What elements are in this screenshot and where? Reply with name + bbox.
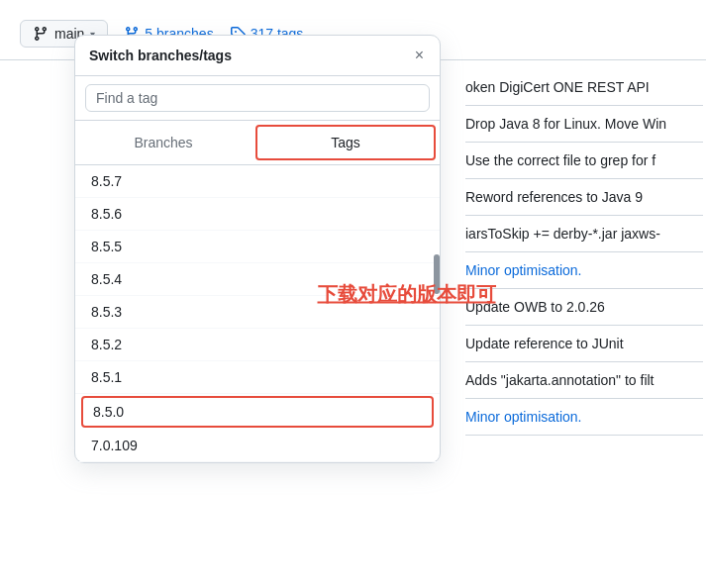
tag-item-852[interactable]: 8.5.2 [75,329,440,361]
tab-branches[interactable]: Branches [75,121,252,164]
branch-tag-dropdown: Switch branches/tags × Branches Tags 8.5… [74,35,441,463]
close-button[interactable]: × [413,46,426,65]
tag-item-854[interactable]: 8.5.4 [75,263,440,296]
tag-item-853[interactable]: 8.5.3 [75,296,440,329]
tag-item-70109[interactable]: 7.0.109 [75,430,440,462]
commit-item: Minor optimisation. [465,399,703,436]
commit-item: iarsToSkip += derby-*.jar jaxws- [465,216,703,252]
commit-item: Reword references to Java 9 [465,179,703,216]
tag-item-856[interactable]: 8.5.6 [75,198,440,231]
commit-item: Use the correct file to grep for f [465,143,703,179]
dropdown-title: Switch branches/tags [89,48,232,63]
commit-item: Adds "jakarta.annotation" to filt [465,362,703,399]
commit-item: Update OWB to 2.0.26 [465,289,703,326]
commit-item: Drop Java 8 for Linux. Move Win [465,106,703,143]
search-box [75,76,440,121]
scrollbar-thumb[interactable] [434,254,440,294]
tag-item-851[interactable]: 8.5.1 [75,361,440,394]
commit-item: Minor optimisation. [465,252,703,289]
tag-item-857[interactable]: 8.5.7 [75,165,440,198]
tag-item-855[interactable]: 8.5.5 [75,231,440,263]
tag-search-input[interactable] [85,84,430,112]
commit-item: oken DigiCert ONE REST API [465,69,703,106]
commit-item: Update reference to JUnit [465,326,703,362]
dropdown-header: Switch branches/tags × [75,36,440,76]
tag-list[interactable]: 8.5.7 8.5.6 8.5.5 8.5.4 8.5.3 8.5.2 8.5.… [75,165,440,462]
tab-tags[interactable]: Tags [255,125,436,160]
commit-list-right: oken DigiCert ONE REST API Drop Java 8 f… [465,69,703,436]
tag-item-850[interactable]: 8.5.0 [81,396,434,428]
tab-bar: Branches Tags [75,121,440,165]
branch-icon [33,26,49,42]
